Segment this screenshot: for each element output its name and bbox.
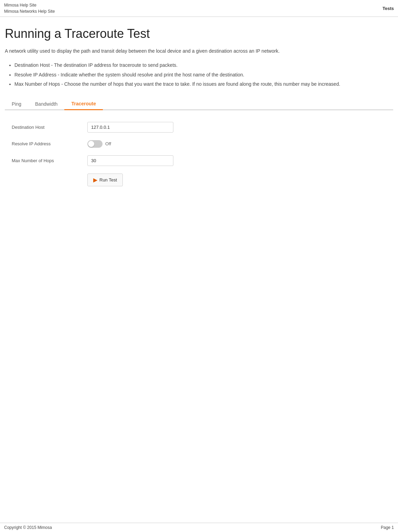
resolve-ip-label: Resolve IP Address — [12, 141, 87, 146]
run-test-button[interactable]: ▶ Run Test — [87, 174, 123, 186]
run-test-row: ▶ Run Test — [12, 174, 393, 186]
page-description: A network utility used to display the pa… — [5, 47, 393, 55]
site-name-line1: Mimosa Help Site — [4, 2, 383, 8]
tab-traceroute[interactable]: Traceroute — [64, 98, 103, 110]
resolve-ip-row: Resolve IP Address Off — [12, 140, 393, 148]
main-content: Running a Traceroute Test A network util… — [0, 17, 398, 215]
max-hops-row: Max Number of Hops — [12, 155, 393, 166]
run-test-icon: ▶ — [93, 177, 97, 183]
resolve-ip-toggle-container: Off — [87, 140, 111, 148]
tab-ping[interactable]: Ping — [5, 98, 28, 109]
resolve-ip-toggle[interactable] — [87, 140, 103, 148]
bullet-list: Destination Host - The destination IP ad… — [5, 61, 393, 88]
list-item: Resolve IP Address - Indicate whether th… — [14, 71, 393, 79]
tab-bar: Ping Bandwidth Traceroute — [5, 98, 393, 110]
destination-host-input[interactable] — [87, 122, 173, 133]
destination-host-row: Destination Host — [12, 122, 393, 133]
max-hops-input[interactable] — [87, 155, 173, 166]
run-test-label: Run Test — [99, 177, 117, 182]
list-item: Destination Host - The destination IP ad… — [14, 61, 393, 70]
header-site-info: Mimosa Help Site Mimosa Networks Help Si… — [4, 2, 383, 14]
toggle-state-label: Off — [105, 141, 111, 146]
toggle-knob — [88, 141, 94, 147]
header: Mimosa Help Site Mimosa Networks Help Si… — [0, 0, 398, 17]
destination-host-label: Destination Host — [12, 125, 87, 130]
page-title: Running a Traceroute Test — [5, 27, 393, 41]
tab-bandwidth[interactable]: Bandwidth — [28, 98, 64, 109]
copyright-text: Copyright © 2015 Mimosa — [4, 525, 381, 530]
list-item: Max Number of Hops - Choose the number o… — [14, 80, 393, 88]
traceroute-form: Destination Host Resolve IP Address Off … — [5, 118, 393, 186]
page-number: Page 1 — [381, 525, 394, 530]
section-title: Tests — [383, 6, 394, 11]
site-name-line2: Mimosa Networks Help Site — [4, 8, 383, 14]
max-hops-label: Max Number of Hops — [12, 158, 87, 163]
footer: Copyright © 2015 Mimosa Page 1 — [0, 523, 398, 532]
